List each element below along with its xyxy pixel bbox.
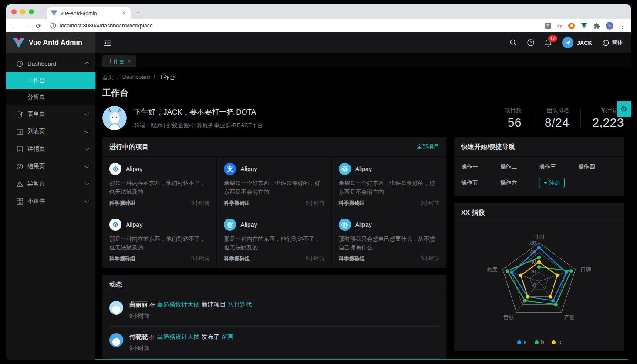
- project-card[interactable]: Alipay 那是一种内在的东西，他们到达不了，也无法触及的 科学搬砖组 9小时…: [217, 212, 331, 268]
- site-info-icon[interactable]: [50, 22, 57, 29]
- notifications-bell-icon[interactable]: 12: [545, 39, 552, 47]
- project-group-link[interactable]: 科学搬砖组: [224, 199, 250, 207]
- sidebar-item-result[interactable]: 结果页: [6, 158, 95, 175]
- tab-close-icon[interactable]: ×: [121, 10, 127, 17]
- vue-favicon: [51, 10, 57, 17]
- sidebar-item-list[interactable]: 列表页: [6, 123, 95, 140]
- projects-panel: 进行中的项目 全部项目 Al: [102, 137, 446, 268]
- browser-profile-avatar[interactable]: h: [606, 22, 613, 30]
- minimize-window-button[interactable]: [20, 9, 25, 14]
- feed-user[interactable]: 曲丽丽: [129, 301, 148, 308]
- search-icon[interactable]: [510, 39, 517, 46]
- chart-legend: a b c: [454, 334, 624, 351]
- sidebar-item-form[interactable]: 表单页: [6, 105, 95, 123]
- page-title: 工作台: [102, 87, 624, 99]
- zoom-window-button[interactable]: [29, 9, 34, 14]
- project-title: Alipay: [355, 165, 372, 172]
- legend-item-a[interactable]: a: [517, 339, 527, 345]
- stat-team-rank: 团队排名 8/24: [545, 107, 570, 130]
- page-tab-workplace[interactable]: 工作台 ×: [102, 55, 136, 67]
- legend-label: c: [558, 339, 561, 345]
- sidebar-item-workplace[interactable]: 工作台: [6, 72, 95, 89]
- project-group-link[interactable]: 科学搬砖组: [224, 255, 250, 263]
- project-card[interactable]: 支 Alipay 希望是一个好东西，也许是最好的，好东西是不会消亡的 科学搬砖组…: [217, 157, 331, 212]
- sidebar-item-dashboard[interactable]: Dashboard: [6, 55, 95, 72]
- browser-toolbar: ← → ⟳ localhost:8080/#/dashboard/workpla…: [6, 19, 631, 32]
- project-desc: 那是一种内在的东西，他们到达不了，也无法触及的: [109, 235, 209, 252]
- legend-item-c[interactable]: c: [552, 339, 561, 345]
- add-button[interactable]: + 添加: [539, 178, 565, 188]
- feed-item: 付晓晓 在 高逼格设计天团 发布了 留言 9小时前: [109, 327, 439, 359]
- help-icon[interactable]: ?: [527, 39, 534, 46]
- user-menu[interactable]: JACK: [562, 37, 592, 48]
- sidebar-item-detail[interactable]: 详情页: [6, 140, 95, 158]
- feed-target-link[interactable]: 八月迭代: [228, 301, 252, 308]
- browser-menu-icon[interactable]: ⋮: [619, 23, 626, 29]
- menu-fold-icon[interactable]: [104, 40, 111, 46]
- legend-item-b[interactable]: b: [535, 339, 544, 345]
- project-group-link[interactable]: 科学搬砖组: [339, 255, 365, 263]
- translate-icon[interactable]: 文: [545, 23, 551, 29]
- project-title: Alipay: [240, 221, 257, 228]
- atom-logo-icon: [339, 219, 351, 231]
- quicknav-link-6[interactable]: 操作六: [500, 179, 539, 187]
- back-icon[interactable]: ←: [11, 23, 18, 29]
- language-switcher[interactable]: 简体: [603, 39, 623, 47]
- address-bar[interactable]: localhost:8080/#/dashboard/workplace: [50, 22, 539, 29]
- project-card[interactable]: Alipay 那时候我只会想自己想要什么，从不想自己拥有什么 科学搬砖组 9小时…: [332, 212, 446, 268]
- user-avatar: [562, 37, 573, 48]
- project-group-link[interactable]: 科学搬砖组: [339, 199, 365, 207]
- breadcrumb-dashboard[interactable]: Dashboard: [122, 74, 150, 81]
- sidebar-item-widgets[interactable]: 小组件: [6, 192, 95, 210]
- quicknav-link-1[interactable]: 操作一: [461, 163, 500, 171]
- sidebar-item-analysis[interactable]: 分析页: [6, 89, 95, 105]
- sidebar-item-label: 结果页: [27, 162, 45, 170]
- project-card[interactable]: Alipay 那是一种内在的东西，他们到达不了，也无法触及的 科学搬砖组 9小时…: [102, 157, 217, 212]
- app-logo[interactable]: Vue Antd Admin: [6, 32, 95, 53]
- quicknav-link-5[interactable]: 操作五: [461, 179, 500, 187]
- legend-dot: [517, 340, 521, 344]
- feed-time: 9小时前: [129, 312, 252, 320]
- submenu-label: 分析页: [27, 93, 45, 101]
- bookmark-star-icon[interactable]: ☆: [557, 23, 563, 29]
- project-card[interactable]: Alipay 那是一种内在的东西，他们到达不了，也无法触及的 科学搬砖组 9小时…: [102, 212, 217, 268]
- chevron-down-icon: [85, 181, 89, 185]
- stat-value: 56: [505, 116, 522, 130]
- settings-gear-button[interactable]: ⚙: [617, 101, 631, 117]
- project-group-link[interactable]: 科学搬砖组: [109, 255, 135, 263]
- project-card[interactable]: Alipay 希望是一个好东西，也许是最好的，好东西是不会消亡的 科学搬砖组 9…: [332, 157, 446, 212]
- project-time: 9小时前: [421, 199, 439, 207]
- vue-devtools-icon[interactable]: [580, 22, 587, 29]
- quicknav-link-3[interactable]: 操作三: [539, 163, 578, 171]
- submenu-label: 工作台: [27, 77, 45, 84]
- tab-close-icon[interactable]: ×: [128, 58, 131, 64]
- browser-tab[interactable]: vue-antd-admin ×: [47, 7, 131, 19]
- reload-icon[interactable]: ⟳: [36, 23, 41, 29]
- feed-user[interactable]: 付晓晓: [129, 333, 148, 340]
- dashboard-icon: [17, 61, 23, 67]
- extension-icon[interactable]: [568, 23, 575, 29]
- sidebar-item-label: 异常页: [27, 180, 45, 188]
- divider: [580, 108, 581, 128]
- feed-group-link[interactable]: 高逼格设计天团: [157, 301, 200, 308]
- project-title: Alipay: [126, 165, 142, 172]
- new-tab-button[interactable]: +: [136, 8, 140, 16]
- project-desc: 希望是一个好东西，也许是最好的，好东西是不会消亡的: [339, 179, 439, 196]
- all-projects-link[interactable]: 全部项目: [417, 143, 439, 151]
- browser-tab-title: vue-antd-admin: [61, 10, 121, 17]
- close-window-button[interactable]: [11, 9, 17, 14]
- project-group-link[interactable]: 科学搬砖组: [109, 199, 135, 207]
- quicknav-link-4[interactable]: 操作四: [578, 163, 617, 171]
- quicknav-link-2[interactable]: 操作二: [500, 163, 539, 171]
- globe-icon: [603, 40, 609, 46]
- extensions-puzzle-icon[interactable]: [593, 22, 600, 29]
- breadcrumb-home[interactable]: 首页: [102, 74, 114, 81]
- feed-group-link[interactable]: 高逼格设计天团: [157, 333, 200, 340]
- feed-text: 在: [149, 301, 155, 308]
- add-button-label: 添加: [549, 179, 560, 186]
- feed-time: 9小时前: [129, 344, 234, 352]
- feed-target-link[interactable]: 留言: [222, 333, 234, 340]
- sidebar-item-exception[interactable]: 异常页: [6, 175, 95, 192]
- language-label: 简体: [612, 39, 623, 47]
- chevron-down-icon: [85, 164, 89, 168]
